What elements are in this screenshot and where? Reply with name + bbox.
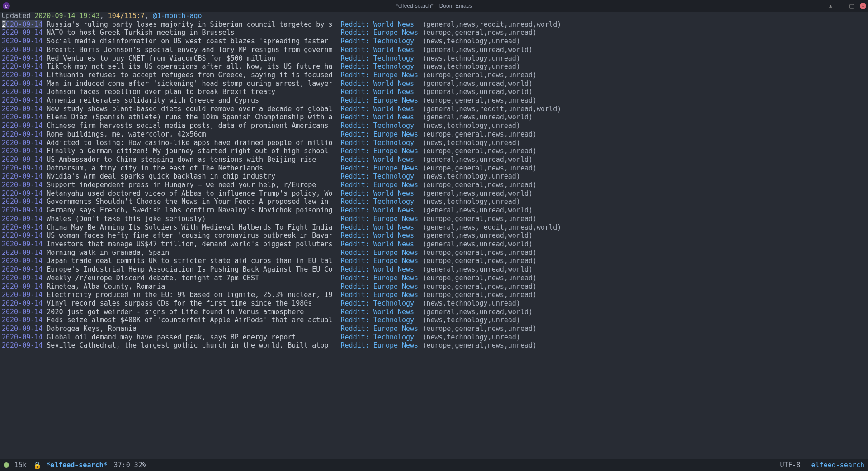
feed-entry[interactable]: 2020-09-14 US Ambassador to China steppi… <box>2 155 866 164</box>
feed-entry[interactable]: 2020-09-14 Seville Cathedral, the larges… <box>2 341 866 350</box>
entry-title: Weekly /r/europe Discord debate, tonight… <box>47 274 336 283</box>
entry-title: New study shows plant-based diets could … <box>47 105 336 113</box>
entry-tags: (general,news,unread,world) <box>422 308 533 316</box>
window-controls: ▴ — ▢ × <box>829 2 866 10</box>
feed-entry[interactable]: 2020-09-14 Rome buildings, me, watercolo… <box>2 130 866 139</box>
feed-entry[interactable]: 2020-09-14 Chinese firm harvests social … <box>2 122 866 130</box>
entry-feed: Reddit: Europe News <box>341 215 419 223</box>
feed-entry[interactable]: 2020-09-14 Addicted to losing: How casin… <box>2 139 866 147</box>
feed-entry[interactable]: 2020-09-14 Investors that manage US$47 t… <box>2 240 866 249</box>
feed-entry[interactable]: 2020-09-14 Red Ventures to buy CNET from… <box>2 54 866 63</box>
entry-tags: (general,news,reddit,unread,world) <box>422 223 561 232</box>
feed-entry[interactable]: 2020-09-14 Vinyl record sales surpass CD… <box>2 299 866 308</box>
feed-entry[interactable]: 2020-09-14 Elena Diaz (Spanish athlete) … <box>2 113 866 122</box>
entry-title: Europe's Industrial Hemp Association Is … <box>47 265 336 274</box>
feed-entry[interactable]: 2020-09-14 Lithuania refuses to accept r… <box>2 71 866 80</box>
feed-entry[interactable]: 2020-09-14 Social media disinformation o… <box>2 37 866 46</box>
entry-tags: (news,technology,unread) <box>422 316 520 325</box>
elfeed-buffer[interactable]: Updated 2020-09-14 19:43, 104/115:7, @1-… <box>0 12 868 350</box>
feed-entry[interactable]: 2020-09-14 US woman faces hefty fine aft… <box>2 231 866 240</box>
feed-entry[interactable]: 2020-09-14 New study shows plant-based d… <box>2 105 866 113</box>
feed-entry[interactable]: 2020-09-14 Russia's ruling party loses m… <box>2 20 866 29</box>
feed-entry[interactable]: 2020-09-14 Dobrogea Keys, Romania Reddit… <box>2 325 866 333</box>
entry-title: Rome buildings, me, watercolor, 42x56cm <box>47 130 336 139</box>
entry-date: 2020-09-14 <box>2 62 42 71</box>
entry-tags: (europe,general,news,unread) <box>422 96 537 105</box>
feed-entry[interactable]: 2020-09-14 Global oil demand may have pa… <box>2 333 866 342</box>
feed-entry[interactable]: 2020-09-14 NATO to host Greek-Turkish me… <box>2 28 866 37</box>
entry-feed: Reddit: Technology <box>341 54 419 63</box>
entry-date: 2020-09-14 <box>2 333 42 342</box>
entry-feed: Reddit: Technology <box>341 139 419 147</box>
entry-feed: Reddit: Europe News <box>341 164 419 173</box>
feed-entry[interactable]: 2020-09-14 Morning walk in Granada, Spai… <box>2 249 866 257</box>
entry-date: 2020-09-14 <box>2 54 42 63</box>
entry-date: 2020-09-14 <box>2 283 42 291</box>
feed-entry[interactable]: 2020-09-14 Whales (Don't take this joke … <box>2 215 866 223</box>
entry-tags: (europe,general,news,unread) <box>422 257 537 265</box>
feed-entry[interactable]: 2020-09-14 2020 just got weirder - signs… <box>2 308 866 316</box>
entry-tags: (europe,general,news,unread) <box>422 215 537 223</box>
entry-date: 2020-09-14 <box>2 299 42 308</box>
entry-tags: (europe,general,news,unread) <box>422 28 537 37</box>
titlebar: e *elfeed-search* – Doom Emacs ▴ — ▢ × <box>0 0 868 12</box>
feed-entry[interactable]: 2020-09-14 Man in induced coma after 'si… <box>2 80 866 88</box>
status-dot-icon <box>4 462 9 468</box>
entry-date: 2020-09-14 <box>2 308 42 316</box>
feed-entry[interactable]: 2020-09-14 Finally a German citizen! My … <box>2 147 866 155</box>
entry-date: 2020-09-14 <box>2 249 42 257</box>
entry-tags: (general,news,unread,world) <box>422 189 533 198</box>
entry-feed: Reddit: Europe News <box>341 130 419 139</box>
feed-entry[interactable]: 2020-09-14 Rimetea, Alba County, Romania… <box>2 283 866 291</box>
entry-feed: Reddit: Technology <box>341 122 419 130</box>
minimize-icon[interactable]: — <box>838 2 844 10</box>
maximize-icon[interactable]: ▢ <box>849 2 854 10</box>
entry-title: Addicted to losing: How casino-like apps… <box>47 139 336 147</box>
entry-tags: (general,news,unread,world) <box>422 88 533 96</box>
feed-entry[interactable]: 2020-09-14 Japan trade deal commits UK t… <box>2 257 866 265</box>
entry-feed: Reddit: World News <box>341 308 419 316</box>
entry-tags: (news,technology,unread) <box>422 62 520 71</box>
entry-feed: Reddit: Technology <box>341 299 419 308</box>
close-icon[interactable]: × <box>860 3 866 9</box>
entry-feed: Reddit: Europe News <box>341 325 419 333</box>
feed-entry[interactable]: 2020-09-14 Governments Shouldn't Choose … <box>2 198 866 206</box>
feed-entry[interactable]: 2020-09-14 Johnson faces rebellion over … <box>2 88 866 96</box>
entry-title: Red Ventures to buy CNET from ViacomCBS … <box>47 54 336 63</box>
entry-title: China May Be Arming Its Soldiers With Me… <box>47 223 336 232</box>
entry-tags: (europe,general,news,unread) <box>422 341 537 350</box>
feed-entry[interactable]: 2020-09-14 Support independent press in … <box>2 181 866 189</box>
entry-title: Whales (Don't take this joke seriously) <box>47 215 336 223</box>
feed-entry[interactable]: 2020-09-14 TikTok may not sell its US op… <box>2 62 866 71</box>
feed-entry[interactable]: 2020-09-14 Ootmarsum, a tiny city in the… <box>2 164 866 173</box>
entry-tags: (news,technology,unread) <box>422 139 520 147</box>
feed-entry[interactable]: 2020-09-14 Weekly /r/europe Discord deba… <box>2 274 866 283</box>
entry-tags: (europe,general,news,unread) <box>422 181 537 189</box>
entry-tags: (general,news,unread,world) <box>422 46 533 54</box>
entry-date: 2020-09-14 <box>2 325 42 333</box>
entry-tags: (general,news,unread,world) <box>422 265 533 274</box>
feed-entry[interactable]: 2020-09-14 Germany says French, Swedish … <box>2 206 866 215</box>
up-icon[interactable]: ▴ <box>829 2 832 10</box>
feed-entry[interactable]: 2020-09-14 Netanyahu used doctored video… <box>2 189 866 198</box>
feed-entry[interactable]: 2020-09-14 Feds seize almost $400K of 'c… <box>2 316 866 325</box>
modeline: 15k 🔒 *elfeed-search* 37:0 32% UTF-8 elf… <box>0 459 868 471</box>
entry-title: Ootmarsum, a tiny city in the east of Th… <box>47 164 336 173</box>
feed-entry[interactable]: 2020-09-14 China May Be Arming Its Soldi… <box>2 223 866 232</box>
entry-tags: (news,technology,unread) <box>422 198 520 206</box>
entry-date: 2020-09-14 <box>2 240 42 249</box>
entry-title: Governments Shouldn't Choose the News in… <box>47 198 336 206</box>
entry-feed: Reddit: World News <box>341 189 419 198</box>
feed-entry[interactable]: 2020-09-14 Nvidia's Arm deal sparks quic… <box>2 172 866 181</box>
entry-title: Global oil demand may have passed peak, … <box>47 333 336 342</box>
feed-entry[interactable]: 2020-09-14 Europe's Industrial Hemp Asso… <box>2 265 866 274</box>
entry-title: Electricity produced in the EU: 9% based… <box>47 291 336 299</box>
feed-entry[interactable]: 2020-09-14 Armenia reiterates solidarity… <box>2 96 866 105</box>
entry-feed: Reddit: Europe News <box>341 341 419 350</box>
entry-title: Vinyl record sales surpass CDs for the f… <box>47 299 336 308</box>
entry-title: Elena Diaz (Spanish athlete) runs the 10… <box>47 113 336 122</box>
feed-entry[interactable]: 2020-09-14 Electricity produced in the E… <box>2 291 866 299</box>
entry-title: Johnson faces rebellion over plan to bre… <box>47 88 336 96</box>
entry-date: 2020-09-14 <box>2 223 42 232</box>
feed-entry[interactable]: 2020-09-14 Brexit: Boris Johnson's speci… <box>2 46 866 54</box>
